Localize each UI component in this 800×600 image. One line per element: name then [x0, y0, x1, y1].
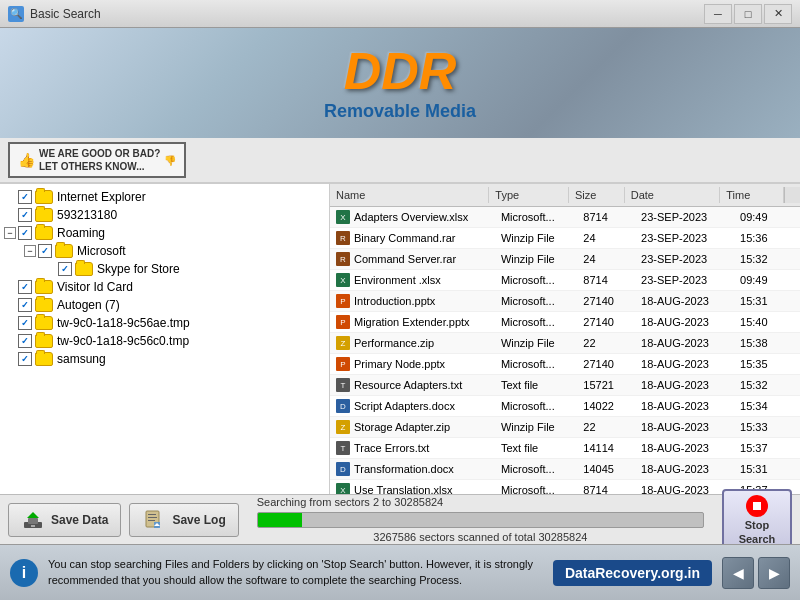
file-vscroll-top[interactable]: [784, 187, 800, 203]
tree-label: Internet Explorer: [57, 190, 146, 204]
file-date-cell: 18-AUG-2023: [635, 460, 734, 478]
banner-box[interactable]: 👍 WE ARE GOOD OR BAD? LET OTHERS KNOW...…: [8, 142, 186, 178]
close-button[interactable]: ✕: [764, 4, 792, 24]
file-row[interactable]: R Command Server.rar Winzip File 24 23-S…: [330, 249, 800, 270]
folder-icon: [75, 262, 93, 276]
tree-item[interactable]: Autogen (7): [0, 296, 329, 314]
tree-item[interactable]: −Microsoft: [0, 242, 329, 260]
ddr-logo: DDR: [324, 45, 476, 97]
file-type-cell: Microsoft...: [495, 292, 577, 310]
tree-panel[interactable]: Internet Explorer593213180−Roaming−Micro…: [0, 184, 330, 494]
tree-label: samsung: [57, 352, 106, 366]
file-col-header-time[interactable]: Time: [720, 187, 784, 203]
save-data-button[interactable]: Save Data: [8, 503, 121, 537]
file-type-cell: Microsoft...: [495, 313, 577, 331]
save-log-button[interactable]: Save Log: [129, 503, 238, 537]
file-row[interactable]: Z Storage Adapter.zip Winzip File 22 18-…: [330, 417, 800, 438]
folder-icon: [35, 334, 53, 348]
file-date-cell: 18-AUG-2023: [635, 376, 734, 394]
svg-marker-2: [27, 512, 39, 518]
file-date-cell: 18-AUG-2023: [635, 418, 734, 436]
stop-search-button[interactable]: Stop Search: [722, 489, 792, 551]
header-content: DDR Removable Media: [324, 45, 476, 122]
file-name-cell: T Resource Adapters.txt: [330, 376, 495, 394]
folder-icon: [35, 226, 53, 240]
banner-line2: LET OTHERS KNOW...: [39, 160, 160, 173]
prev-arrow[interactable]: ◀: [722, 557, 754, 589]
file-row[interactable]: T Resource Adapters.txt Text file 15721 …: [330, 375, 800, 396]
maximize-button[interactable]: □: [734, 4, 762, 24]
tree-checkbox[interactable]: [18, 226, 32, 240]
tree-checkbox[interactable]: [18, 298, 32, 312]
file-row[interactable]: R Binary Command.rar Winzip File 24 23-S…: [330, 228, 800, 249]
tree-item[interactable]: samsung: [0, 350, 329, 368]
file-row[interactable]: Z Performance.zip Winzip File 22 18-AUG-…: [330, 333, 800, 354]
file-col-header-type[interactable]: Type: [489, 187, 569, 203]
tree-checkbox[interactable]: [18, 334, 32, 348]
folder-icon: [35, 190, 53, 204]
tree-expand-icon[interactable]: −: [4, 227, 16, 239]
file-name: Command Server.rar: [354, 253, 456, 265]
file-row[interactable]: X Environment .xlsx Microsoft... 8714 23…: [330, 270, 800, 291]
folder-icon: [35, 298, 53, 312]
file-name-cell: D Script Adapters.docx: [330, 397, 495, 415]
file-row[interactable]: X Adapters Overview.xlsx Microsoft... 87…: [330, 207, 800, 228]
tree-item[interactable]: 593213180: [0, 206, 329, 224]
file-col-header-name[interactable]: Name: [330, 187, 489, 203]
file-row[interactable]: D Transformation.docx Microsoft... 14045…: [330, 459, 800, 480]
file-name: Environment .xlsx: [354, 274, 441, 286]
stop-square: [753, 502, 761, 510]
rar-icon: R: [336, 252, 350, 266]
tree-label: tw-9c0-1a18-9c56ae.tmp: [57, 316, 190, 330]
tree-item[interactable]: Skype for Store: [0, 260, 329, 278]
file-type-cell: Microsoft...: [495, 460, 577, 478]
tree-checkbox[interactable]: [18, 208, 32, 222]
txt-icon: T: [336, 441, 350, 455]
file-col-header-date[interactable]: Date: [625, 187, 721, 203]
zip-icon: Z: [336, 336, 350, 350]
file-row[interactable]: P Migration Extender.pptx Microsoft... 2…: [330, 312, 800, 333]
file-row[interactable]: D Script Adapters.docx Microsoft... 1402…: [330, 396, 800, 417]
file-date-cell: 18-AUG-2023: [635, 355, 734, 373]
file-row[interactable]: T Trace Errors.txt Text file 14114 18-AU…: [330, 438, 800, 459]
progress-area: Searching from sectors 2 to 30285824 326…: [247, 496, 714, 543]
xlsx-icon: X: [336, 210, 350, 224]
tree-checkbox[interactable]: [38, 244, 52, 258]
file-name: Primary Node.pptx: [354, 358, 445, 370]
tree-checkbox[interactable]: [18, 190, 32, 204]
tree-item[interactable]: −Roaming: [0, 224, 329, 242]
tree-checkbox[interactable]: [18, 352, 32, 366]
file-date-cell: 23-SEP-2023: [635, 229, 734, 247]
rar-icon: R: [336, 231, 350, 245]
file-time-cell: 15:40: [734, 313, 800, 331]
tree-checkbox[interactable]: [58, 262, 72, 276]
file-time-cell: 09:49: [734, 271, 800, 289]
banner-line1: WE ARE GOOD OR BAD?: [39, 147, 160, 160]
next-arrow[interactable]: ▶: [758, 557, 790, 589]
file-row[interactable]: P Primary Node.pptx Microsoft... 27140 1…: [330, 354, 800, 375]
tree-checkbox[interactable]: [18, 280, 32, 294]
tree-checkbox[interactable]: [18, 316, 32, 330]
svg-rect-6: [148, 517, 157, 518]
file-col-header-size[interactable]: Size: [569, 187, 625, 203]
file-name-cell: T Trace Errors.txt: [330, 439, 495, 457]
tree-expand-icon[interactable]: −: [24, 245, 36, 257]
file-type-cell: Winzip File: [495, 229, 577, 247]
folder-icon: [35, 280, 53, 294]
file-name-cell: X Environment .xlsx: [330, 271, 495, 289]
tree-item[interactable]: Visitor Id Card: [0, 278, 329, 296]
file-row[interactable]: P Introduction.pptx Microsoft... 27140 1…: [330, 291, 800, 312]
file-name: Resource Adapters.txt: [354, 379, 462, 391]
txt-icon: T: [336, 378, 350, 392]
minimize-button[interactable]: ─: [704, 4, 732, 24]
file-name-cell: Z Performance.zip: [330, 334, 495, 352]
tree-item[interactable]: tw-9c0-1a18-9c56ae.tmp: [0, 314, 329, 332]
file-name: Introduction.pptx: [354, 295, 435, 307]
tree-item[interactable]: Internet Explorer: [0, 188, 329, 206]
file-size-cell: 27140: [577, 355, 635, 373]
file-time-cell: 15:33: [734, 418, 800, 436]
tree-item[interactable]: tw-9c0-1a18-9c56c0.tmp: [0, 332, 329, 350]
stop-label1: Stop: [745, 519, 769, 531]
file-time-cell: 15:37: [734, 439, 800, 457]
pptx-icon: P: [336, 315, 350, 329]
